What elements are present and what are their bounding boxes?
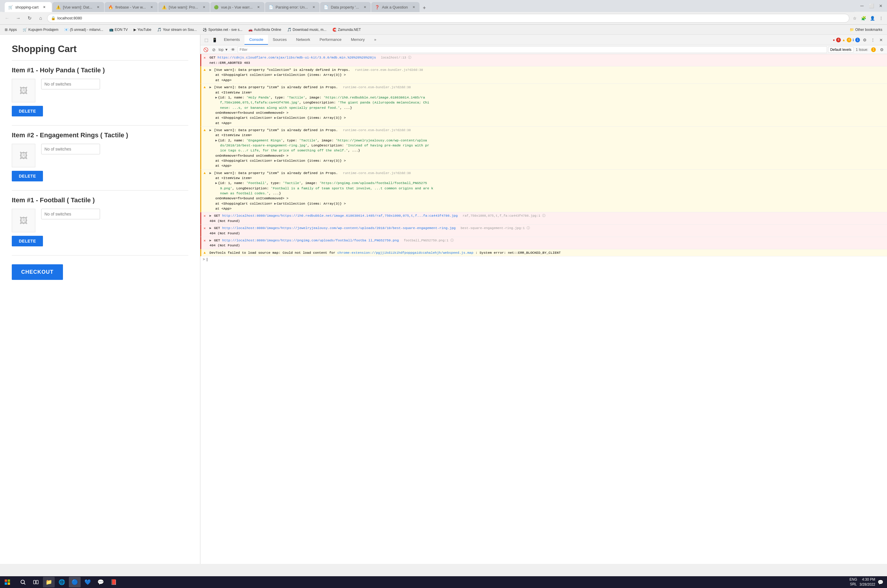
tab-vue-warn-2[interactable]: ⚠️ [Vue warn]: Pro... ✕	[158, 2, 210, 12]
tab-vuejs[interactable]: 🟢 vue.js - Vue warr... ✕	[210, 2, 264, 12]
tab-close-7[interactable]: ✕	[362, 5, 367, 9]
back-button[interactable]: ←	[2, 14, 12, 23]
bookmark-apps[interactable]: ⊞ Apps	[2, 26, 19, 33]
taskbar-vscode[interactable]: 💙	[82, 577, 93, 587]
console-filter-icon[interactable]: ⊘	[210, 46, 217, 53]
home-button[interactable]: ⌂	[36, 14, 45, 23]
delete-button-3[interactable]: DELETE	[12, 236, 43, 246]
devtools-device-icon[interactable]: 📱	[211, 36, 218, 44]
more-options-icon[interactable]: ⋮	[878, 15, 885, 22]
new-tab-button[interactable]: +	[420, 4, 428, 12]
log-expand-4[interactable]: ▶	[209, 129, 212, 132]
console-eye-icon[interactable]: 👁	[230, 46, 236, 53]
log-expand-8[interactable]: ▶	[209, 239, 212, 242]
log-link-9[interactable]: chrome-extension://pgjjikdiikihdfpoppgai…	[337, 251, 474, 255]
tab-close-8[interactable]: ✕	[411, 5, 416, 9]
devtools-settings-icon[interactable]: ⚙	[861, 36, 868, 44]
close-button[interactable]: ✕	[877, 2, 885, 10]
minimize-button[interactable]: ─	[858, 2, 866, 10]
tab-close-6[interactable]: ✕	[311, 5, 316, 9]
start-button[interactable]	[0, 576, 15, 588]
delete-button-1[interactable]: DELETE	[12, 106, 43, 116]
bookmark-kupujem[interactable]: 🛒 Kupujem Prodajem	[20, 26, 61, 33]
tab-shopping-cart[interactable]: 🛒 shopping-cart ✕	[5, 2, 52, 12]
taskbar-pdf[interactable]: 📕	[108, 577, 119, 587]
console-top-dropdown-icon[interactable]: ▼	[225, 48, 228, 52]
console-input-cursor[interactable]: |	[206, 258, 265, 262]
delete-button-2[interactable]: DELETE	[12, 171, 43, 182]
devtools-tab-sources[interactable]: Sources	[268, 35, 292, 45]
log-expand-6[interactable]: ▶	[209, 214, 212, 218]
bookmark-youtube[interactable]: ▶ YouTube	[131, 26, 153, 33]
lock-icon: 🔒	[51, 16, 56, 20]
devtools-overflow-icon[interactable]: ⋮	[869, 36, 876, 44]
checkout-button[interactable]: CHECKOUT	[12, 264, 63, 280]
log-text-2: [Vue warn]: Data property "collection" i…	[214, 68, 350, 72]
log-link-1[interactable]: https://cdnjs.cloudflare.com/ajax/libs/m…	[218, 56, 376, 59]
tab-close-4[interactable]: ✕	[201, 5, 206, 9]
tab-ask-question[interactable]: ❓ Ask a Question ✕	[371, 2, 419, 12]
bookmark-email[interactable]: 📧 (5 unread) - milanvi...	[62, 26, 105, 33]
devtools-tab-console[interactable]: Console	[245, 35, 268, 45]
default-levels-dropdown[interactable]: Default levels	[828, 47, 854, 52]
log-detail-3b: ▶{id: 1, name: 'Holy Panda', type: 'Tact…	[209, 95, 885, 100]
profile-icon[interactable]: 👤	[869, 15, 876, 22]
log-expand-5[interactable]: ▶	[209, 171, 212, 175]
log-expand-7[interactable]: ▶	[209, 226, 212, 230]
taskbar-whatsapp[interactable]: 💬	[95, 577, 107, 587]
devtools-tab-elements[interactable]: Elements	[219, 35, 245, 45]
tab-data-property[interactable]: 📄 Data property '... ✕	[320, 2, 371, 12]
item-quantity-input-1[interactable]	[41, 79, 100, 89]
pdf-icon: 📕	[110, 579, 117, 585]
devtools-close-icon[interactable]: ✕	[878, 36, 885, 44]
bookmark-sportske[interactable]: ⚽ Sportske.net - sve s...	[200, 26, 245, 33]
log-text-4: [Vue warn]: Data property "item" is alre…	[214, 128, 338, 132]
taskbar-search[interactable]	[17, 577, 29, 587]
tab-firebase[interactable]: 🔥 firebase - Vue w... ✕	[105, 2, 158, 12]
tab-parsing-error[interactable]: 📄 Parsing error: Un... ✕	[265, 2, 320, 12]
bookmark-autoskola[interactable]: 🚗 AutoSkola Online	[246, 26, 284, 33]
log-link-8[interactable]: http://localhost:8080/images/https://png…	[222, 238, 398, 242]
console-settings-icon[interactable]: ⚙	[878, 46, 885, 53]
item-image-placeholder-2: 🖼	[20, 151, 28, 160]
console-clear-icon[interactable]: 🚫	[202, 46, 209, 53]
bookmark-other[interactable]: 📁 Other bookmarks	[847, 26, 885, 33]
item-quantity-input-2[interactable]	[41, 144, 100, 154]
notification-icon[interactable]: 💬	[878, 579, 884, 585]
extensions-icon[interactable]: 🧩	[860, 15, 867, 22]
taskbar-file-explorer[interactable]: 📁	[43, 577, 55, 587]
whatsapp-icon: 💬	[98, 579, 104, 585]
taskbar-clock[interactable]: 4:30 PM 3/28/2022	[860, 577, 875, 587]
address-bar[interactable]: 🔒 localhost:8080	[47, 14, 849, 22]
tab-vue-warn-1[interactable]: ⚠️ [Vue warn]: Dat... ✕	[53, 2, 104, 12]
forward-button[interactable]: →	[14, 14, 23, 23]
bookmark-zamunda[interactable]: 🧲 Zamunda.NET	[330, 26, 363, 33]
issue-label: 1 Issue:	[856, 48, 868, 52]
devtools-tab-more[interactable]: »	[370, 35, 381, 45]
taskbar-task-view[interactable]	[30, 577, 42, 587]
devtools-tab-network[interactable]: Network	[292, 35, 315, 45]
tab-close-2[interactable]: ✕	[96, 5, 101, 9]
maximize-button[interactable]: ⬜	[867, 2, 875, 10]
console-filter-input[interactable]	[238, 46, 827, 53]
log-detail-4d: ice tags o...r Life, for the price of so…	[209, 148, 885, 153]
bookmark-eontv[interactable]: 📺 EON TV	[107, 26, 130, 33]
taskbar-chrome[interactable]: 🔵	[69, 577, 81, 587]
log-text-9b: : System error: net::ERR_BLOCKED_BY_CLIE…	[475, 251, 561, 255]
log-link-6[interactable]: http://localhost:8080/images/https://ih0…	[222, 214, 458, 218]
log-expand-2[interactable]: ▶	[209, 68, 212, 72]
tab-close-3[interactable]: ✕	[149, 5, 154, 9]
bookmark-stream[interactable]: 🎵 Your stream on Sou...	[155, 26, 199, 33]
devtools-inspect-icon[interactable]: ⬚	[203, 36, 210, 44]
tab-close-5[interactable]: ✕	[256, 5, 261, 9]
log-link-7[interactable]: http://localhost:8080/images/https://jew…	[222, 226, 456, 230]
item-quantity-input-3[interactable]	[41, 209, 100, 219]
taskbar-edge[interactable]: 🌐	[56, 577, 68, 587]
log-expand-3[interactable]: ▶	[209, 86, 212, 89]
bookmark-star-icon[interactable]: ☆	[851, 15, 858, 22]
tab-close-1[interactable]: ✕	[42, 5, 47, 9]
reload-button[interactable]: ↻	[25, 14, 34, 23]
bookmark-download[interactable]: 🎵 Download music, m...	[285, 26, 329, 33]
devtools-tab-memory[interactable]: Memory	[346, 35, 370, 45]
devtools-tab-performance[interactable]: Performance	[315, 35, 346, 45]
